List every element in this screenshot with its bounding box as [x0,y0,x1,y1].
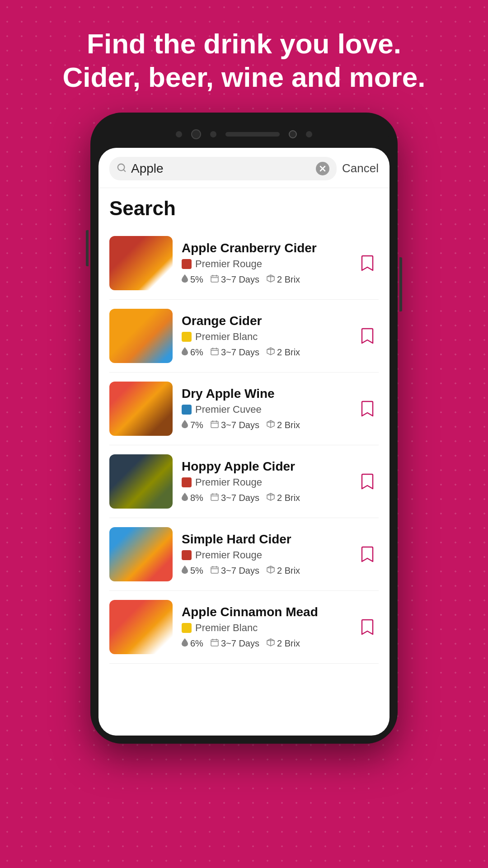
box-icon [267,274,275,285]
bookmark-button[interactable] [356,325,379,347]
front-camera [191,129,201,139]
calendar-icon [211,420,219,430]
svg-line-1 [123,170,125,171]
recipe-info: Apple Cinnamon Mead Premier Blanc 6% 3~7… [182,605,347,649]
brix-chip: 2 Brix [267,566,300,576]
svg-rect-4 [211,276,218,282]
recipe-name: Hoppy Apple Cider [182,459,347,474]
yeast-row: Premier Cuvee [182,404,347,415]
recipe-info: Hoppy Apple Cider Premier Rouge 8% 3~7 D… [182,459,347,503]
recipe-list: Apple Cranberry Cider Premier Rouge 5% 3… [109,227,379,664]
recipe-info: Simple Hard Cider Premier Rouge 5% 3~7 D… [182,532,347,576]
days-chip: 3~7 Days [211,274,259,285]
header-section: Find the drink you love. Cider, beer, wi… [0,0,488,113]
abv-chip: 8% [182,493,203,503]
abv-value: 8% [190,493,203,503]
days-value: 3~7 Days [221,420,259,430]
phone-notch [99,121,389,148]
svg-rect-22 [211,494,218,500]
days-chip: 3~7 Days [211,566,259,576]
yeast-name: Premier Rouge [195,476,262,488]
speaker [225,132,280,137]
drop-icon [182,493,188,503]
bookmark-button[interactable] [356,252,379,274]
yeast-row: Premier Blanc [182,622,347,634]
recipe-name: Simple Hard Cider [182,532,347,547]
yeast-row: Premier Blanc [182,331,347,343]
brix-chip: 2 Brix [267,347,300,358]
yeast-badge [182,550,192,560]
abv-value: 5% [190,274,203,285]
brix-value: 2 Brix [277,566,300,576]
days-chip: 3~7 Days [211,493,259,503]
brix-value: 2 Brix [277,420,300,430]
yeast-name: Premier Blanc [195,331,258,343]
bookmark-button[interactable] [356,543,379,566]
selfie-camera [289,130,297,138]
yeast-name: Premier Cuvee [195,404,262,415]
brix-chip: 2 Brix [267,420,300,430]
meta-row: 5% 3~7 Days 2 Brix [182,566,347,576]
svg-rect-16 [211,421,218,428]
cancel-button[interactable]: Cancel [342,160,379,177]
yeast-row: Premier Rouge [182,258,347,270]
brix-chip: 2 Brix [267,638,300,649]
power-button [399,257,402,311]
recipe-item[interactable]: Hoppy Apple Cider Premier Rouge 8% 3~7 D… [109,445,379,518]
brix-value: 2 Brix [277,274,300,285]
brix-chip: 2 Brix [267,493,300,503]
brix-value: 2 Brix [277,493,300,503]
recipe-name: Dry Apple Wine [182,387,347,401]
recipe-item[interactable]: Simple Hard Cider Premier Rouge 5% 3~7 D… [109,518,379,591]
abv-chip: 5% [182,566,203,576]
box-icon [267,420,275,430]
brix-value: 2 Brix [277,347,300,358]
search-bar: Apple Cancel [99,148,389,188]
volume-button [86,230,89,266]
days-value: 3~7 Days [221,493,259,503]
days-value: 3~7 Days [221,274,259,285]
recipe-item[interactable]: Apple Cinnamon Mead Premier Blanc 6% 3~7… [109,591,379,664]
svg-rect-34 [211,640,218,646]
recipe-thumbnail [109,309,173,363]
search-icon [117,163,127,175]
recipe-name: Apple Cranberry Cider [182,241,347,255]
yeast-name: Premier Rouge [195,549,262,561]
meta-row: 7% 3~7 Days 2 Brix [182,420,347,430]
recipe-thumbnail [109,454,173,509]
recipe-thumbnail [109,382,173,436]
bookmark-button[interactable] [356,397,379,420]
yeast-badge [182,477,192,487]
yeast-name: Premier Blanc [195,622,258,634]
box-icon [267,493,275,503]
camera-dot-1 [176,131,182,137]
recipe-info: Dry Apple Wine Premier Cuvee 7% 3~7 Days [182,387,347,430]
recipe-item[interactable]: Apple Cranberry Cider Premier Rouge 5% 3… [109,227,379,300]
box-icon [267,347,275,358]
bookmark-button[interactable] [356,470,379,493]
drop-icon [182,420,188,430]
clear-search-button[interactable] [316,162,329,175]
abv-chip: 6% [182,638,203,649]
meta-row: 6% 3~7 Days 2 Brix [182,347,347,358]
days-chip: 3~7 Days [211,420,259,430]
recipe-item[interactable]: Dry Apple Wine Premier Cuvee 7% 3~7 Days [109,373,379,445]
recipe-thumbnail [109,600,173,654]
recipe-info: Apple Cranberry Cider Premier Rouge 5% 3… [182,241,347,285]
recipe-item[interactable]: Orange Cider Premier Blanc 6% 3~7 Days [109,300,379,373]
search-input-wrapper[interactable]: Apple [109,157,337,180]
drop-icon [182,274,188,285]
content-area: Search Apple Cranberry Cider Premier Rou… [99,188,389,736]
yeast-badge [182,332,192,342]
days-value: 3~7 Days [221,566,259,576]
calendar-icon [211,274,219,285]
abv-chip: 5% [182,274,203,285]
recipe-thumbnail [109,527,173,581]
days-chip: 3~7 Days [211,347,259,358]
phone-frame: Apple Cancel Search Apple Cranberry Cide… [90,113,398,744]
recipe-info: Orange Cider Premier Blanc 6% 3~7 Days [182,314,347,358]
recipe-thumbnail [109,236,173,290]
bookmark-button[interactable] [356,616,379,638]
calendar-icon [211,638,219,649]
brix-value: 2 Brix [277,638,300,649]
